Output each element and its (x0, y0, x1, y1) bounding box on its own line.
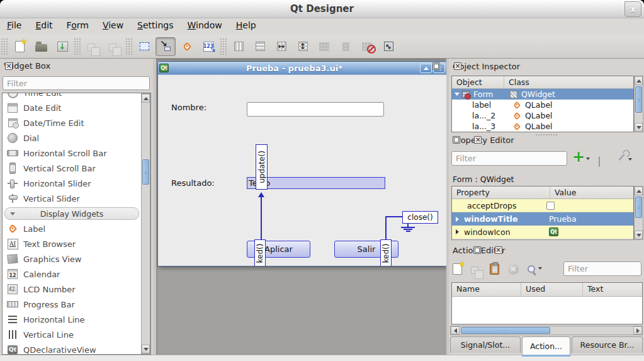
widget-item-vertical-scroll-bar[interactable]: Vertical Scroll Bar (3, 161, 141, 176)
tree-row-label2[interactable]: la..._2 QLabel (452, 110, 633, 121)
widget-item-progress-bar[interactable]: Progress Bar (3, 297, 141, 312)
widget-item-vertical-line[interactable]: Vertical Line (3, 327, 141, 342)
close-slot-box[interactable]: close() (402, 211, 438, 224)
widget-item-calendar[interactable]: Calendar (3, 266, 141, 282)
property-editor-scrollbar[interactable] (634, 186, 643, 240)
menu-edit[interactable]: Edit (28, 18, 59, 35)
object-inspector-float-icon[interactable] (432, 62, 440, 70)
edit-widgets-icon[interactable] (134, 37, 154, 56)
nombre-label[interactable]: Nombre: (171, 103, 206, 112)
property-row-acceptdrops[interactable]: acceptDrops (452, 199, 633, 212)
new-form-icon[interactable] (9, 37, 30, 56)
layout-vertically-icon[interactable] (250, 37, 270, 56)
action-view-mode-button[interactable] (528, 265, 542, 273)
tree-row-form[interactable]: Form QWidget (452, 89, 633, 100)
action-filter-input[interactable] (563, 261, 641, 276)
configure-property-editor-button[interactable] (621, 152, 632, 163)
paste-action-icon[interactable] (490, 263, 499, 275)
widget-item-time-edit[interactable]: Time Edit (3, 93, 141, 100)
object-inspector-close-icon[interactable] (454, 62, 461, 70)
scrollbar-thumb[interactable] (461, 327, 550, 334)
scrollbar-thumb[interactable] (142, 159, 149, 185)
property-editor-float-icon[interactable] (453, 136, 460, 144)
widget-box-close-icon[interactable] (5, 62, 13, 70)
widget-box-scrollbar[interactable] (141, 93, 150, 354)
layout-grid-icon[interactable] (314, 37, 334, 56)
widget-item-dial[interactable]: Dial (3, 130, 141, 146)
open-form-icon[interactable] (31, 37, 51, 56)
nombre-line-edit[interactable] (247, 102, 384, 117)
scroll-up-icon[interactable] (142, 94, 150, 103)
action-hscrollbar[interactable] (450, 326, 643, 335)
property-row-windowicon[interactable]: windowIcon Qt (452, 226, 633, 239)
widget-item-horizontal-slider[interactable]: Horizontal Slider (3, 176, 141, 191)
duplicate-icon (104, 37, 124, 56)
expand-icon[interactable] (456, 217, 461, 222)
layout-form-icon[interactable] (336, 37, 356, 56)
layout-horizontally-icon[interactable] (229, 37, 249, 56)
menu-file[interactable]: File (0, 18, 28, 35)
widget-item-vertical-slider[interactable]: Vertical Slider (3, 191, 141, 206)
form-window-titlebar[interactable]: Qt Prueba - prueba3.ui* × (158, 62, 446, 74)
salir-clicked-signal-box[interactable]: ked() (380, 239, 392, 266)
widget-category-header[interactable]: Display Widgets (4, 207, 139, 220)
texto-label-widget[interactable]: Texto (247, 177, 385, 189)
widget-item-horizontal-line[interactable]: Horizontal Line (3, 312, 141, 327)
widget-item-qdeclarativeview[interactable]: QDeclarativeView (3, 342, 141, 355)
form-window[interactable]: Qt Prueba - prueba3.ui* × Nombre: Result… (157, 61, 447, 266)
column-object: Object (452, 76, 504, 88)
window-close-button[interactable]: x (624, 1, 641, 17)
menu-view[interactable]: View (96, 18, 130, 35)
remove-property-button[interactable] (599, 157, 600, 166)
action-editor-close-icon[interactable] (495, 246, 502, 254)
widget-item-date-time-edit[interactable]: Date/Time Edit (3, 115, 141, 130)
copy-action-icon[interactable] (471, 266, 478, 274)
widget-box-filter-input[interactable] (3, 76, 150, 90)
column-used: Used (521, 283, 582, 296)
widget-item-text-browser[interactable]: Text Browser (3, 236, 141, 251)
save-form-icon[interactable] (52, 37, 72, 56)
property-filter-input[interactable] (451, 151, 567, 166)
edit-buddies-icon[interactable] (177, 37, 197, 56)
update-slot-box[interactable]: update() (256, 144, 268, 190)
menu-settings[interactable]: Settings (130, 18, 180, 35)
connection-line-close-v[interactable] (385, 216, 387, 240)
form-window-shade-icon[interactable] (420, 64, 432, 73)
edit-signals-slots-icon[interactable]: ↘ (155, 37, 176, 56)
connection-line-close-h[interactable] (385, 216, 403, 217)
layout-horizontal-splitter-icon[interactable]: ↔ (271, 37, 291, 56)
tab-resource-browser[interactable]: Resource Br... (572, 336, 643, 353)
widget-item-label[interactable]: Label (3, 221, 141, 236)
menu-window[interactable]: Window (181, 18, 229, 35)
add-property-button[interactable]: + (572, 151, 590, 163)
widget-item-date-edit[interactable]: Date Edit (3, 100, 141, 115)
dock-resize-handle[interactable] (535, 134, 558, 137)
break-layout-icon[interactable] (357, 37, 377, 56)
widget-item-horizontal-scroll-bar[interactable]: Horizontal Scroll Bar (3, 146, 141, 161)
new-action-icon[interactable] (453, 263, 462, 275)
object-inspector-scrollbar[interactable] (634, 76, 643, 132)
tab-signal-slot-editor[interactable]: Signal/Slot... (450, 336, 521, 353)
property-row-windowtitle[interactable]: windowTitle Prueba (452, 212, 633, 226)
tree-row-label[interactable]: label QLabel (452, 100, 633, 110)
action-editor-float-icon[interactable] (473, 246, 481, 254)
delete-action-icon[interactable] (508, 264, 519, 275)
adjust-size-icon[interactable]: ↔ (378, 37, 398, 56)
tab-action-editor[interactable]: Action... (522, 336, 570, 355)
tree-row-label3[interactable]: la..._3 QLabel (452, 121, 633, 132)
layout-vertical-splitter-icon[interactable]: ↕ (293, 37, 313, 56)
menu-form[interactable]: Form (60, 18, 96, 35)
property-editor-close-icon[interactable] (474, 136, 482, 144)
aplicar-clicked-signal-box[interactable]: ked() (254, 239, 266, 266)
acceptdrops-checkbox[interactable] (546, 202, 555, 210)
form-canvas[interactable]: Nombre: Resultado: × Texto update() × Ap… (158, 74, 446, 266)
scroll-down-icon[interactable] (142, 345, 150, 353)
plus-icon: + (572, 151, 585, 163)
expand-icon[interactable] (456, 229, 461, 234)
connection-line-update[interactable] (261, 193, 262, 240)
resultado-label[interactable]: Resultado: (171, 178, 215, 188)
menu-help[interactable]: Help (229, 18, 263, 35)
edit-tab-order-icon[interactable]: 123 (198, 37, 218, 56)
widget-item-graphics-view[interactable]: Graphics View (3, 251, 141, 266)
widget-item-lcd-number[interactable]: LCD Number (3, 282, 141, 297)
